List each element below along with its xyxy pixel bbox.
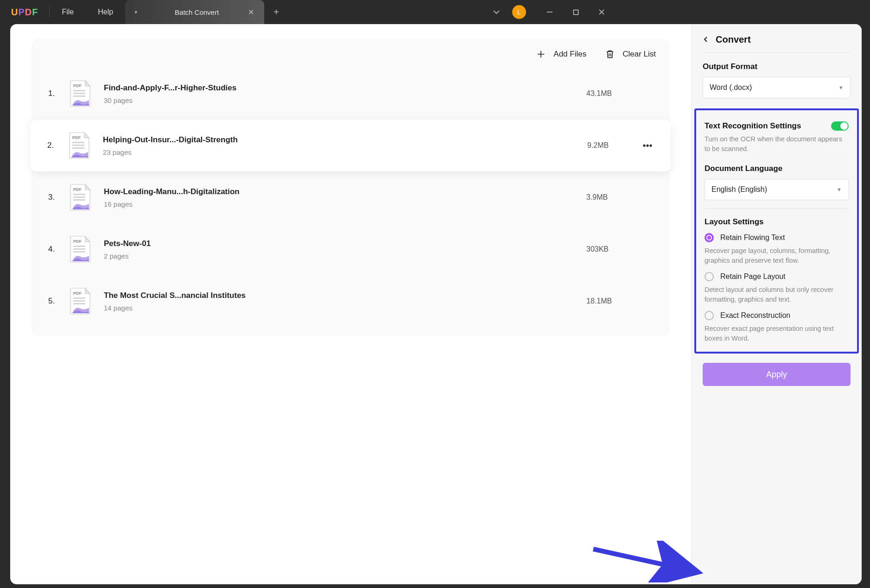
file-pages: 16 pages	[104, 200, 586, 208]
clear-list-button[interactable]: Clear List	[605, 49, 615, 59]
close-window-button[interactable]	[589, 0, 615, 24]
file-list: 1. Find-and-Apply-F...r-Higher-Studies 3…	[32, 63, 615, 336]
file-panel: Add Files Clear List 1. Find-and-Apply-F…	[10, 24, 615, 415]
plus-icon	[536, 49, 546, 59]
add-files-label: Add Files	[553, 50, 586, 59]
pdf-file-icon	[69, 80, 93, 107]
file-size: 3.9MB	[586, 193, 615, 202]
row-index: 1.	[48, 89, 59, 98]
file-row[interactable]: 5. The Most Crucial S...nancial Institut…	[32, 275, 615, 327]
workspace: Add Files Clear List 1. Find-and-Apply-F…	[10, 24, 615, 415]
file-name: The Most Crucial S...nancial Institutes	[104, 291, 586, 300]
trash-icon	[605, 49, 615, 59]
pdf-file-icon	[69, 183, 93, 211]
file-row[interactable]: 2. Helping-Out-Insur...-Digital-Strength…	[31, 120, 615, 171]
row-index: 2.	[47, 141, 58, 150]
tab-dropdown-icon[interactable]: ▼	[133, 10, 138, 15]
file-row[interactable]: 4. Pets-New-01 2 pages 303KB •••	[32, 223, 615, 275]
file-size: 43.1MB	[586, 89, 615, 98]
app-logo: UPDF	[0, 0, 49, 24]
file-size: 9.2MB	[587, 141, 615, 150]
menu-file[interactable]: File	[50, 0, 86, 24]
row-index: 5.	[48, 297, 59, 306]
file-name: Helping-Out-Insur...-Digital-Strength	[103, 135, 587, 145]
svg-rect-5	[573, 10, 578, 14]
minimize-button[interactable]	[537, 0, 563, 24]
title-bar: UPDF File Help ▼ Batch Convert ✕ + L	[0, 0, 615, 24]
file-pages: 14 pages	[104, 304, 586, 312]
chevron-down-icon[interactable]	[483, 0, 509, 24]
file-name: Find-and-Apply-F...r-Higher-Studies	[104, 83, 586, 93]
file-pages: 23 pages	[103, 148, 587, 156]
row-index: 4.	[48, 245, 59, 254]
row-index: 3.	[48, 193, 59, 202]
add-files-button[interactable]: Add Files	[536, 49, 586, 59]
file-name: How-Leading-Manu...h-Digitalization	[104, 187, 586, 196]
tab-title: Batch Convert	[147, 8, 246, 16]
file-row[interactable]: 1. Find-and-Apply-F...r-Higher-Studies 3…	[32, 68, 615, 120]
close-icon[interactable]: ✕	[246, 6, 256, 19]
file-size: 18.1MB	[586, 297, 615, 305]
file-pages: 2 pages	[104, 252, 586, 260]
pdf-file-icon	[69, 287, 93, 315]
file-name: Pets-New-01	[104, 239, 586, 248]
maximize-button[interactable]	[563, 0, 589, 24]
user-avatar[interactable]: L	[509, 5, 529, 19]
file-pages: 30 pages	[104, 96, 586, 104]
tab-batch-convert[interactable]: ▼ Batch Convert ✕	[125, 0, 264, 24]
file-row[interactable]: 3. How-Leading-Manu...h-Digitalization 1…	[32, 171, 615, 223]
pdf-file-icon	[68, 132, 92, 159]
new-tab-button[interactable]: +	[264, 0, 288, 24]
menu-help[interactable]: Help	[86, 0, 125, 24]
pdf-file-icon	[69, 235, 93, 263]
file-size: 303KB	[586, 245, 615, 253]
